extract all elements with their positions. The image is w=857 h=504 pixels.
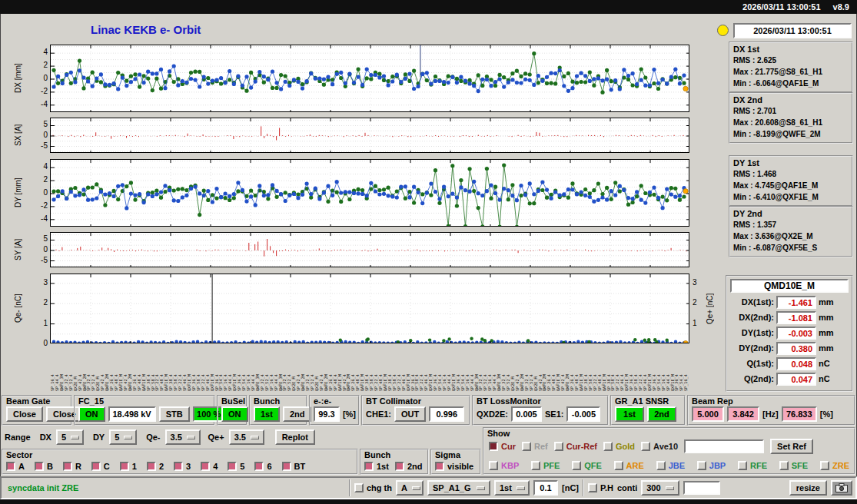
- fc15-on-button[interactable]: ON: [78, 406, 105, 422]
- checkbox-jbp[interactable]: JBP: [697, 461, 726, 470]
- group-label: Sector: [6, 450, 32, 460]
- busel-on-button[interactable]: ON: [221, 406, 248, 422]
- checkbox-gold[interactable]: Gold: [603, 442, 635, 451]
- checkbox-pfe[interactable]: PFE: [531, 461, 560, 470]
- checkbox-box[interactable]: [120, 462, 129, 471]
- interval-select[interactable]: 300: [641, 480, 679, 496]
- dropdown-indicator: [666, 486, 674, 490]
- range-dy-select[interactable]: 5: [109, 429, 137, 445]
- checkbox-rfe[interactable]: RFE: [738, 461, 767, 470]
- checkbox-1st[interactable]: 1st: [364, 462, 389, 471]
- checkbox-qfe[interactable]: QFE: [572, 461, 602, 470]
- bunch-2nd-button[interactable]: 2nd: [283, 406, 312, 422]
- checkbox-box[interactable]: [282, 462, 291, 471]
- interval-input[interactable]: [683, 481, 720, 495]
- checkbox-label: Gold: [616, 442, 635, 451]
- stats-max: Max : 20.608@S8_61_H1: [733, 117, 849, 128]
- checkbox-box[interactable]: [489, 461, 498, 470]
- gr-a1-2nd-button[interactable]: 2nd: [647, 406, 676, 422]
- checkbox-box[interactable]: [174, 462, 183, 471]
- busel-group: BuSel ON: [217, 395, 247, 426]
- checkbox-b[interactable]: B: [35, 462, 53, 471]
- checkbox-jbe[interactable]: JBE: [656, 461, 685, 470]
- stats-max: Max : 4.745@QAF1E_M: [733, 180, 849, 191]
- checkbox-box[interactable]: [614, 461, 623, 470]
- checkbox-visible[interactable]: visible: [435, 462, 473, 471]
- checkbox-box[interactable]: [531, 461, 540, 470]
- replot-button[interactable]: Replot: [275, 429, 315, 445]
- range-qem-select[interactable]: 3.5: [165, 429, 201, 445]
- checkbox-are[interactable]: ARE: [614, 461, 644, 470]
- checkbox-cur[interactable]: Cur: [489, 442, 516, 451]
- checkbox-1[interactable]: 1: [120, 462, 137, 471]
- hz-unit: [Hz]: [762, 410, 779, 419]
- beam-gate-close-button-1[interactable]: Close: [6, 406, 43, 422]
- checkbox-box[interactable]: [738, 461, 747, 470]
- set-ref-button[interactable]: Set Ref: [770, 439, 813, 454]
- checkbox-box[interactable]: [697, 461, 706, 470]
- checkbox-zre[interactable]: ZRE: [820, 461, 849, 470]
- checkbox-box[interactable]: [572, 461, 581, 470]
- checkbox-box[interactable]: [395, 462, 404, 471]
- sy-axis-label: SY [A]: [12, 232, 23, 267]
- checkbox-box[interactable]: [641, 442, 650, 451]
- checkbox-c[interactable]: C: [91, 462, 110, 471]
- checkbox-box[interactable]: [201, 462, 210, 471]
- checkbox-ref[interactable]: Ref: [522, 442, 548, 451]
- checkbox-box[interactable]: [6, 462, 15, 471]
- range-dx-select[interactable]: 5: [56, 429, 84, 445]
- fc15-stb-button[interactable]: STB: [159, 406, 190, 422]
- checkbox-3[interactable]: 3: [174, 462, 191, 471]
- show-group: Show CurRefCur-RefGoldAve10 Set Ref KBPP…: [483, 427, 855, 475]
- checkbox-box[interactable]: [63, 462, 72, 471]
- checkbox-box[interactable]: [254, 462, 264, 471]
- che1-label: CHE1:: [366, 410, 391, 419]
- checkbox-6[interactable]: 6: [254, 462, 271, 471]
- checkbox-box[interactable]: [35, 462, 44, 471]
- sector-a-select[interactable]: A: [396, 480, 424, 496]
- checkbox-box[interactable]: [522, 442, 531, 451]
- checkbox-kbp[interactable]: KBP: [489, 461, 519, 470]
- conti-label[interactable]: conti: [617, 483, 637, 492]
- che1-out-button[interactable]: OUT: [394, 406, 426, 422]
- checkbox-sfe[interactable]: SFE: [779, 461, 808, 470]
- resize-button[interactable]: resize: [789, 480, 827, 496]
- checkbox-cur-ref[interactable]: Cur-Ref: [554, 442, 597, 451]
- checkbox-4[interactable]: 4: [201, 462, 218, 471]
- ph-checkbox[interactable]: P.H: [588, 483, 613, 492]
- gr-a1-1st-button[interactable]: 1st: [615, 406, 644, 422]
- checkbox-2[interactable]: 2: [147, 462, 164, 471]
- axis-tick-label: 4: [31, 162, 48, 171]
- chg-th-checkbox[interactable]: chg th: [354, 483, 392, 492]
- checkbox-box[interactable]: [554, 442, 563, 451]
- checkbox-box[interactable]: [603, 442, 613, 451]
- checkbox-box[interactable]: [91, 462, 101, 471]
- axis-tick-label: 0: [31, 74, 48, 82]
- checkbox-box[interactable]: [228, 462, 237, 471]
- checkbox-bt[interactable]: BT: [282, 462, 306, 471]
- checkbox-ave10[interactable]: Ave10: [641, 442, 678, 451]
- snapshot-camera-button[interactable]: [831, 480, 852, 496]
- checkbox-label: R: [75, 462, 81, 471]
- checkbox-box[interactable]: [588, 483, 597, 492]
- ref-name-input[interactable]: [684, 439, 764, 453]
- checkbox-box[interactable]: [364, 462, 374, 471]
- checkbox-2nd[interactable]: 2nd: [395, 462, 423, 471]
- axis-tick-label: 5: [31, 120, 48, 128]
- checkbox-a[interactable]: A: [6, 462, 25, 471]
- checkbox-r[interactable]: R: [63, 462, 81, 471]
- bunch-number-select[interactable]: 1st: [494, 480, 530, 496]
- svg-text:SP_16_4: SP_16_4: [683, 374, 689, 391]
- checkbox-box[interactable]: [820, 461, 829, 470]
- checkbox-box[interactable]: [779, 461, 789, 470]
- checkbox-box[interactable]: [435, 462, 444, 471]
- range-qep-select[interactable]: 3.5: [229, 429, 264, 445]
- bunch-1st-button[interactable]: 1st: [254, 406, 280, 422]
- checkbox-box[interactable]: [489, 442, 498, 451]
- checkbox-box[interactable]: [354, 483, 364, 492]
- qmd-row-unit: mm: [819, 313, 834, 322]
- checkbox-box[interactable]: [656, 461, 666, 470]
- checkbox-5[interactable]: 5: [228, 462, 244, 471]
- checkbox-box[interactable]: [147, 462, 156, 471]
- sp-monitor-select[interactable]: SP_A1_G: [427, 480, 490, 496]
